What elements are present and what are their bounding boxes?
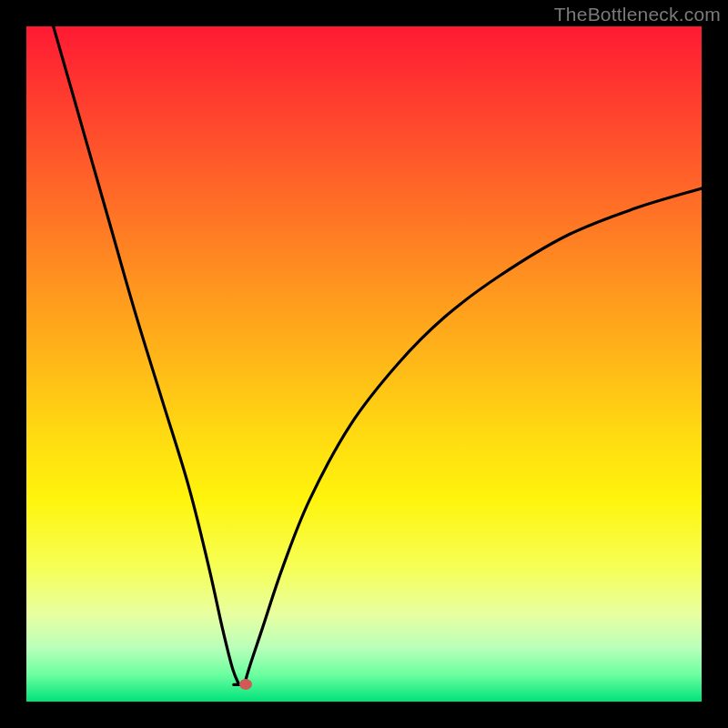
bottleneck-curve bbox=[26, 26, 702, 702]
chart-frame: TheBottleneck.com bbox=[0, 0, 728, 728]
watermark-text: TheBottleneck.com bbox=[554, 4, 721, 25]
plot-area bbox=[26, 26, 702, 702]
optimal-point-marker bbox=[239, 679, 252, 690]
